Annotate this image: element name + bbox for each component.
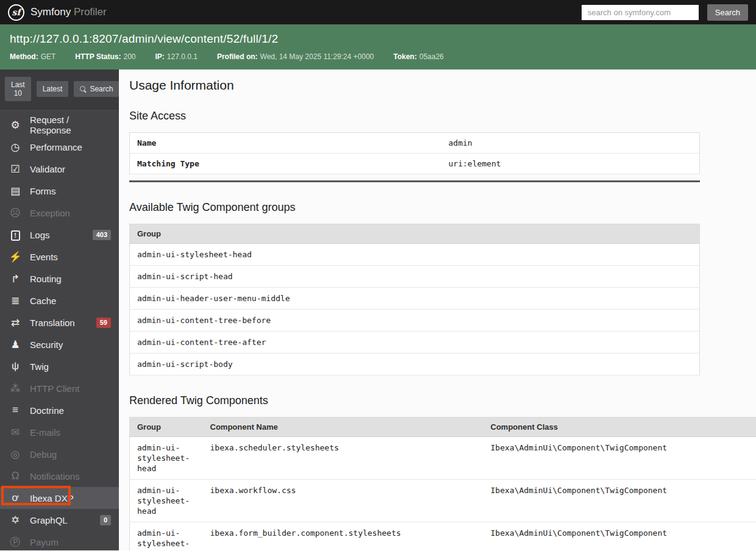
meta-method: Method:GET [10,52,55,61]
bell-icon: Ω [8,470,23,482]
rendered-components-section: Rendered Twig Components Group Component… [129,394,756,550]
ghost-icon: ☹ [8,207,23,219]
sidebar-item-security[interactable]: ♟ Security [0,333,119,355]
sidebar-item-graphql[interactable]: ✡ GraphQL 0 [0,509,119,531]
last10-button[interactable]: Last 10 [5,77,31,101]
page-title: Usage Information [129,78,756,93]
site-access-section: Site Access Name admin Matching Type uri… [129,110,756,182]
panel-content: Usage Information Site Access Name admin… [119,69,756,550]
request-url: http://127.0.0.1:8207/admin/view/content… [10,32,746,46]
sidebar-item-request-response[interactable]: ⚙ Request / Response [0,114,119,136]
logs-icon: ! [8,229,23,241]
search-icon [80,86,86,92]
search-input[interactable] [582,5,699,20]
person-icon: ♟ [8,338,23,351]
request-meta: Method:GET HTTP Status:200 IP:127.0.0.1 … [10,52,746,61]
sidebar-item-logs[interactable]: ! Logs 403 [0,224,119,246]
payum-icon: Ⓟ [8,535,23,549]
signpost-icon: ↱ [8,272,23,285]
group-cell: admin-ui-stylesheet-head [130,437,203,480]
sidebar-item-cache[interactable]: ≣ Cache [0,290,119,311]
table-row: admin-ui-script-body [130,354,700,375]
group-cell: admin-ui-stylesheet-head [130,522,203,551]
sidebar-item-events[interactable]: ⚡ Events [0,246,119,268]
table-row: admin-ui-header-user-menu-middle [130,288,700,310]
section-divider [129,180,700,182]
sidebar-search-button[interactable]: Search [74,81,119,97]
topbar: sf Symfony Profiler Search [0,0,756,24]
component-groups-table: Group admin-ui-stylesheet-head admin-ui-… [129,224,700,375]
checkbox-icon: ☑ [8,163,23,176]
sidebar-item-exception: ☹ Exception [0,202,119,224]
table-header-row: Group Component Name Component Class [130,418,756,437]
row-label: Matching Type [130,154,441,174]
symfony-logo-icon: sf [8,4,24,21]
twig-icon: ψ [8,360,23,372]
group-cell: admin-ui-stylesheet-head [130,244,700,266]
group-cell: admin-ui-header-user-menu-middle [130,288,700,310]
table-row: Matching Type uri:element [130,154,700,174]
antenna-icon: ⚡ [8,251,23,263]
meta-profiled-on: Profiled on:Wed, 14 May 2025 11:29:24 +0… [217,52,374,61]
column-header-component-class: Component Class [483,418,756,437]
sidebar-actions: Last 10 Latest Search [0,69,119,109]
network-icon: ⁂ [8,382,23,395]
envelope-icon: ✉ [8,426,23,439]
gears-icon: ⚙ [8,119,23,132]
table-row: admin-ui-stylesheet-head ibexa.form_buil… [130,522,756,551]
latest-button[interactable]: Latest [37,81,69,97]
component-groups-heading: Available Twig Component groups [129,201,756,214]
site-access-heading: Site Access [129,110,756,123]
sidebar-item-performance[interactable]: ◷ Performance [0,136,119,158]
brand-name: Symfony [30,6,71,18]
table-row: admin-ui-stylesheet-head ibexa.scheduler… [130,437,756,480]
request-summary-bar: http://127.0.0.1:8207/admin/view/content… [0,24,756,69]
table-row: admin-ui-content-tree-after [130,332,700,354]
group-cell: admin-ui-stylesheet-head [130,480,203,522]
group-cell: admin-ui-script-body [130,354,700,375]
site-access-table: Name admin Matching Type uri:element [129,132,700,174]
sidebar-item-translation[interactable]: ⇄ Translation 59 [0,311,119,333]
component-name-cell: ibexa.scheduler.stylesheets [203,437,483,480]
sidebar-item-forms[interactable]: ▤ Forms [0,180,119,202]
table-row: admin-ui-script-head [130,266,700,288]
component-groups-section: Available Twig Component groups Group ad… [129,201,756,375]
table-row: Name admin [130,133,700,154]
component-class-cell: Ibexa\AdminUi\Component\TwigComponent [483,522,756,551]
sidebar-item-emails: ✉ E-mails [0,421,119,443]
sidebar-item-routing[interactable]: ↱ Routing [0,268,119,290]
component-class-cell: Ibexa\AdminUi\Component\TwigComponent [483,437,756,480]
table-row: admin-ui-content-tree-before [130,310,700,332]
group-cell: admin-ui-script-head [130,266,700,288]
column-header-group: Group [130,224,700,244]
table-header-row: Group [130,224,700,244]
target-icon: ◎ [8,448,23,461]
brand-suffix: Profiler [74,6,107,18]
sidebar-item-doctrine[interactable]: ≡ Doctrine [0,399,119,421]
sidebar-menu: ⚙ Request / Response ◷ Performance ☑ Val… [0,109,119,550]
stopwatch-icon: ◷ [8,141,23,154]
rendered-components-table: Group Component Name Component Class adm… [129,417,756,550]
table-row: admin-ui-stylesheet-head ibexa.workflow.… [130,480,756,522]
sidebar-item-twig[interactable]: ψ Twig [0,355,119,377]
sidebar-item-payum: Ⓟ Payum [0,531,119,550]
graphql-count-badge: 0 [100,515,111,525]
sidebar-item-http-client: ⁂ HTTP Client [0,377,119,399]
sidebar-item-validator[interactable]: ☑ Validator [0,158,119,180]
rendered-components-heading: Rendered Twig Components [129,394,756,407]
sidebar-item-notifications: Ω Notifications [0,465,119,487]
meta-ip: IP:127.0.0.1 [155,52,197,61]
app-title: Symfony Profiler [30,6,107,18]
group-cell: admin-ui-content-tree-after [130,332,700,354]
table-row: admin-ui-stylesheet-head [130,244,700,266]
sidebar-item-debug: ◎ Debug [0,443,119,465]
meta-token: Token:05aa26 [393,52,444,61]
profiler-sidebar: Last 10 Latest Search ⚙ Request / Respon… [0,69,119,550]
component-name-cell: ibexa.workflow.css [203,480,483,522]
row-label: Name [130,133,441,154]
column-header-group: Group [130,418,203,437]
row-value: uri:element [441,154,700,174]
layers-icon: ≣ [8,294,23,307]
sidebar-item-ibexa-dxp[interactable]: ơ Ibexa DXP [0,487,119,509]
search-button[interactable]: Search [707,4,748,21]
